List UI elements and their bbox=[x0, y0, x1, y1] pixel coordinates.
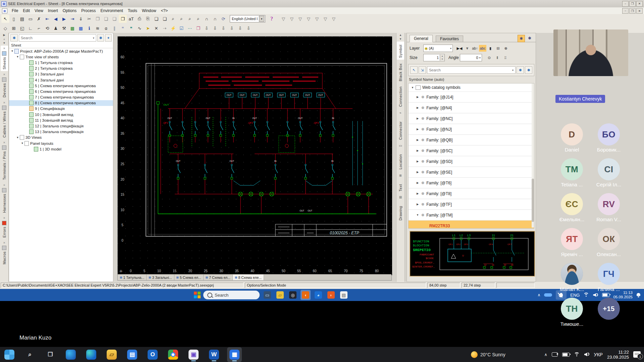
spin-down-icon[interactable]: ▾ bbox=[440, 58, 444, 61]
notification-center-icon[interactable]: 1 bbox=[633, 351, 641, 358]
menu-item[interactable]: View bbox=[32, 8, 46, 13]
tab-general[interactable]: General bbox=[410, 35, 433, 42]
user-icon[interactable]: ♟ bbox=[52, 24, 60, 32]
panel-tab[interactable]: Connector bbox=[397, 118, 404, 141]
firefox-work-icon[interactable]: ◖ bbox=[301, 290, 311, 300]
outlook-icon[interactable]: O bbox=[145, 347, 160, 362]
tree-row[interactable]: 3 | Загальні дані bbox=[9, 71, 113, 77]
tree-expander-icon[interactable]: ▶ bbox=[416, 117, 419, 120]
layer-select[interactable]: ◉ (A) ▾ bbox=[423, 45, 453, 52]
symbol-family-row[interactable]: ▶ ⊗ Family: [@QB] bbox=[409, 135, 534, 145]
dashed-link-icon[interactable]: ⇢ bbox=[161, 24, 169, 32]
help-button[interactable]: ? bbox=[268, 16, 276, 22]
wire-cross-icon[interactable]: ✕ bbox=[152, 24, 160, 32]
sheet-tab[interactable]: ▦ 1 Титульна... bbox=[118, 275, 147, 280]
panel-tab[interactable]: ⌁ bbox=[397, 109, 404, 118]
menu-item[interactable]: Process bbox=[79, 8, 98, 13]
tab-favourites[interactable]: Favourites bbox=[436, 36, 463, 42]
file-explorer-icon[interactable]: ▱ bbox=[104, 347, 119, 362]
tree-row[interactable]: 5 | Схема електрична принципова bbox=[9, 83, 113, 88]
mdi-close-button[interactable]: ✕ bbox=[636, 8, 643, 14]
firefox-icon[interactable]: ◗ bbox=[326, 290, 336, 300]
symbol-family-row[interactable]: ▶ ⊗ Family: [@T8] bbox=[409, 188, 534, 199]
insert-down-icon[interactable]: ⇩ bbox=[236, 24, 244, 32]
panel-tab[interactable]: ≣ bbox=[397, 172, 404, 180]
symbol-family-row[interactable]: ▶ ⊗ Family: [@NJ] bbox=[409, 124, 534, 135]
app-maximize-button[interactable]: ❐ bbox=[629, 1, 636, 7]
symbol-family-row[interactable]: ▶ ⊗ Family: [@T6] bbox=[409, 178, 534, 188]
insert-down-icon[interactable]: ⇩ bbox=[211, 24, 219, 32]
find-text-icon[interactable]: aT bbox=[127, 15, 135, 23]
cut-icon[interactable]: ✂ bbox=[85, 15, 93, 23]
zoom-previous-icon[interactable]: ⌕ bbox=[194, 15, 202, 23]
snap-element-icon[interactable]: ∩ bbox=[211, 15, 219, 23]
symbol-list-scrollbar[interactable] bbox=[532, 83, 534, 228]
panel-tab[interactable]: ▭ bbox=[397, 142, 404, 150]
capture-tool-icon[interactable]: ▣ bbox=[186, 347, 201, 362]
symbol-search-input[interactable] bbox=[427, 68, 511, 72]
zoom-window-icon[interactable]: ⌕ bbox=[177, 15, 185, 23]
filter-icon[interactable]: ▽ bbox=[321, 15, 329, 23]
sidebar-tab[interactable]: ✕ Errors bbox=[1, 215, 8, 239]
copy-format-icon[interactable]: ❐ bbox=[194, 24, 202, 32]
symbol-family-row[interactable]: RM22TR33 bbox=[409, 221, 534, 229]
wifi-icon[interactable] bbox=[574, 352, 580, 357]
tree-row[interactable]: 10 | Зовнішній вигляд bbox=[9, 112, 113, 117]
sidebar-tab[interactable]: ✕ Sheets bbox=[1, 46, 8, 71]
tray-chevron-icon[interactable]: ∧ bbox=[544, 352, 547, 357]
browser-icon[interactable] bbox=[63, 347, 78, 362]
symbol-family-row[interactable]: ▶ ⊗ Family: [@SC] bbox=[409, 145, 534, 156]
black-box-icon[interactable]: ▮ bbox=[487, 45, 494, 52]
symbol-family-row[interactable]: ▶ ⊗ Family: [@TF] bbox=[409, 199, 534, 210]
app-titlebar[interactable]: ▦ SEE Electrical Expert - Sheet - [8 Схе… bbox=[0, 0, 644, 8]
sidebar-tab[interactable]: ✕ Macros bbox=[1, 240, 8, 266]
insert-down-icon[interactable]: ⇩ bbox=[228, 24, 236, 32]
menu-item[interactable]: Environment bbox=[98, 8, 125, 13]
terminal-pair-icon[interactable]: ‖ bbox=[494, 54, 501, 61]
taskbar-search[interactable]: Search bbox=[203, 291, 260, 299]
symbol-add-settings-icon[interactable]: ✱ bbox=[518, 35, 525, 42]
tree-row[interactable]: 11 | Зовнішній вигляд bbox=[9, 117, 113, 123]
sidebar-tab[interactable]: ✕ Harnesses bbox=[1, 182, 8, 215]
tree-expander-icon[interactable]: ▶ bbox=[416, 149, 419, 152]
sheet-tab[interactable]: ▦ 3 Загальні... bbox=[147, 275, 174, 280]
close-icon[interactable]: ✕ bbox=[3, 73, 5, 76]
symbol-family-row[interactable]: ▶ ⊗ Family: [@SE] bbox=[409, 167, 534, 178]
panel-tab[interactable]: ⊞ bbox=[397, 194, 404, 202]
symbol-family-row[interactable]: ▶ ⊗ Family: [@J14] bbox=[409, 92, 534, 103]
tree-row[interactable]: ▼ Tree view of sheets bbox=[9, 54, 113, 60]
file-explorer-icon[interactable]: ▱ bbox=[275, 290, 285, 300]
sheet-tab[interactable]: ▦ 8 Схема еле... bbox=[233, 275, 264, 280]
filter-icon[interactable]: ▽ bbox=[305, 15, 313, 23]
select-tool-icon[interactable]: ↖ bbox=[1, 15, 9, 23]
pins-icon[interactable]: ⁞⁞ bbox=[502, 54, 509, 61]
corner-icon[interactable]: ⌐ bbox=[35, 24, 43, 32]
filter-icon[interactable]: ▽ bbox=[313, 15, 321, 23]
weather-widget[interactable]: 20°C Sunny bbox=[471, 347, 505, 362]
strip-arrow-down-icon[interactable]: ▼ bbox=[3, 42, 6, 45]
paste-attributes-icon[interactable]: ❏ bbox=[110, 15, 118, 23]
mdi-minimize-button[interactable]: ⎯ bbox=[622, 8, 629, 14]
participant-tile[interactable]: RV Roman V... bbox=[596, 193, 621, 228]
tray-chevron-icon[interactable]: ∧ bbox=[537, 293, 540, 297]
word-icon[interactable]: W bbox=[207, 347, 221, 362]
text-direction-icon[interactable]: abc bbox=[479, 45, 486, 52]
menu-item[interactable]: File bbox=[9, 8, 20, 13]
obs-icon[interactable]: ◎ bbox=[288, 290, 298, 300]
app-close-button[interactable]: ✕ bbox=[636, 1, 643, 7]
menu-item[interactable]: <?> bbox=[159, 8, 170, 13]
participant-tile[interactable]: TM Tetiana ... bbox=[561, 158, 583, 193]
table-icon[interactable]: ⊞ bbox=[10, 24, 18, 32]
menu-item[interactable]: Window bbox=[140, 8, 159, 13]
tree-expander-icon[interactable]: ▼ bbox=[16, 136, 19, 139]
symbol-family-row[interactable]: ▶ ⊗ Family: [@NC] bbox=[409, 113, 534, 124]
webcam-video[interactable] bbox=[553, 29, 628, 76]
tree-row[interactable]: 13 | Загальна специфікація bbox=[9, 129, 113, 135]
symbol-config-icon[interactable]: ✱ bbox=[525, 66, 532, 74]
filter-icon[interactable]: ▽ bbox=[279, 15, 287, 23]
tree-row[interactable]: 9 | Специфікація bbox=[9, 106, 113, 112]
insert-down-icon[interactable]: ⇩ bbox=[245, 24, 253, 32]
tree-expander-icon[interactable]: ▶ bbox=[416, 171, 419, 174]
participant-tile[interactable]: Marian K... bbox=[560, 263, 584, 298]
language-select[interactable]: English (United I ▾ bbox=[230, 15, 265, 22]
